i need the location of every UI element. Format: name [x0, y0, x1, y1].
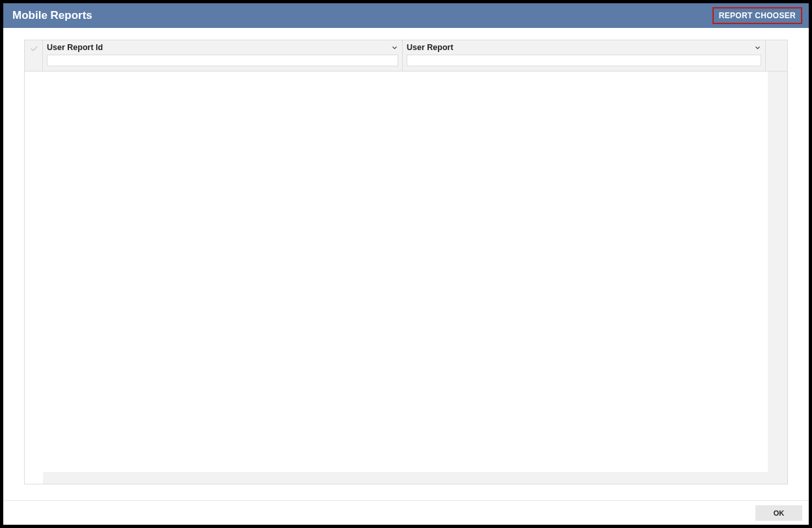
- chevron-down-icon[interactable]: [754, 44, 761, 51]
- chevron-down-icon[interactable]: [391, 44, 398, 51]
- footer: OK: [3, 500, 809, 525]
- grid-body: [25, 72, 787, 484]
- data-grid: User Report Id User Report: [24, 40, 788, 484]
- column-header-user-report-id[interactable]: User Report Id: [43, 40, 403, 71]
- filter-input-user-report[interactable]: [407, 55, 761, 66]
- select-all-cell[interactable]: [25, 40, 43, 71]
- column-header-user-report[interactable]: User Report: [403, 40, 766, 71]
- filter-input-user-report-id[interactable]: [47, 55, 398, 66]
- check-icon: [29, 44, 38, 53]
- column-label: User Report Id: [47, 43, 398, 52]
- horizontal-scrollbar[interactable]: [43, 472, 787, 484]
- grid-header-row: User Report Id User Report: [25, 40, 787, 72]
- header-scroll-spacer: [766, 40, 785, 71]
- report-chooser-button[interactable]: REPORT CHOOSER: [712, 7, 802, 24]
- page-title: Mobile Reports: [12, 9, 92, 22]
- grid-rows-area: [43, 72, 768, 484]
- ok-button[interactable]: OK: [755, 505, 802, 521]
- header: Mobile Reports REPORT CHOOSER: [3, 3, 809, 28]
- grid-left-gutter: [25, 72, 43, 484]
- vertical-scrollbar[interactable]: [768, 72, 787, 484]
- content-area: User Report Id User Report: [3, 28, 809, 484]
- column-label: User Report: [407, 43, 761, 52]
